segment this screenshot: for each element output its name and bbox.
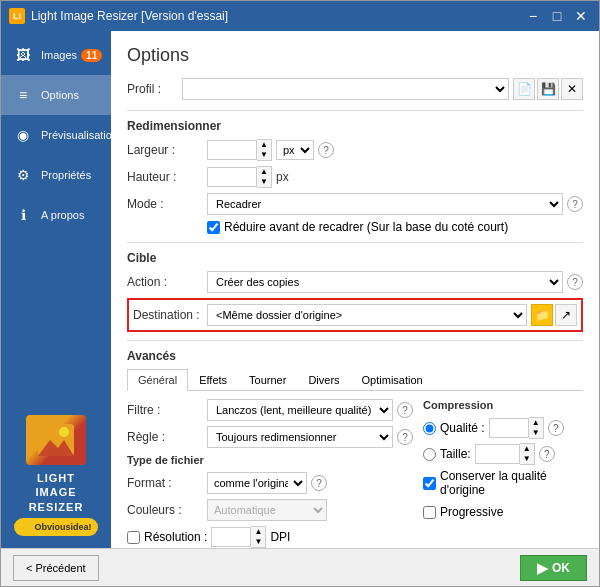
action-help-icon[interactable]: ? — [567, 274, 583, 290]
qualite-input[interactable]: 90% — [489, 418, 529, 438]
ok-button[interactable]: ▶ OK — [520, 555, 587, 581]
destination-row: Destination : <Même dossier d'origine> 📁… — [127, 298, 583, 332]
tab-optimisation[interactable]: Optimisation — [351, 369, 434, 391]
obvious-badge-label: Obviousidea! — [34, 522, 91, 532]
qualite-radio[interactable] — [423, 422, 436, 435]
titlebar-buttons: − □ ✕ — [523, 6, 591, 26]
mode-select[interactable]: Recadrer Ajuster Étirer — [207, 193, 563, 215]
filtre-select[interactable]: Lanczos (lent, meilleure qualité) Biliné… — [207, 399, 393, 421]
hauteur-input[interactable]: 768 — [207, 167, 257, 187]
sidebar-item-images[interactable]: 🖼 Images 11 — [1, 35, 111, 75]
conserver-row: Conserver la qualité d'origine — [423, 469, 583, 497]
sidebar: 🖼 Images 11 ≡ Options ◉ Prévisualisation… — [1, 31, 111, 548]
taille-help-icon[interactable]: ? — [539, 446, 555, 462]
avances-right: Compression Qualité : 90% ▲ ▼ — [423, 399, 583, 548]
regle-help-icon[interactable]: ? — [397, 429, 413, 445]
tab-effets[interactable]: Effets — [188, 369, 238, 391]
taille-row: Taille: 100 Ko ▲ ▼ ? — [423, 443, 583, 465]
qualite-up-button[interactable]: ▲ — [529, 418, 543, 428]
regle-row: Règle : Toujours redimensionner Réduire … — [127, 426, 413, 448]
main-layout: 🖼 Images 11 ≡ Options ◉ Prévisualisation… — [1, 31, 599, 548]
largeur-down-button[interactable]: ▼ — [257, 150, 271, 160]
format-select[interactable]: comme l'original JPEG PNG — [207, 472, 307, 494]
profil-label: Profil : — [127, 82, 182, 96]
avances-tabs: Général Effets Tourner Divers Optimisati… — [127, 369, 583, 391]
filtre-label: Filtre : — [127, 403, 207, 417]
mode-label: Mode : — [127, 197, 207, 211]
ok-button-label: OK — [552, 561, 570, 575]
conserver-checkbox[interactable] — [423, 477, 436, 490]
resolution-up-button[interactable]: ▲ — [251, 527, 265, 537]
footer: < Précédent ▶ OK — [1, 548, 599, 586]
close-button[interactable]: ✕ — [571, 6, 591, 26]
prev-button[interactable]: < Précédent — [13, 555, 99, 581]
tab-general[interactable]: Général — [127, 369, 188, 391]
qualite-help-icon[interactable]: ? — [548, 420, 564, 436]
hauteur-down-button[interactable]: ▼ — [257, 177, 271, 187]
destination-folder-button[interactable]: 📁 — [531, 304, 553, 326]
sidebar-item-options-label: Options — [41, 89, 79, 101]
regle-select[interactable]: Toujours redimensionner Réduire seulemen… — [207, 426, 393, 448]
largeur-input[interactable]: 1366 — [207, 140, 257, 160]
couleurs-select[interactable]: Automatique — [207, 499, 327, 521]
content-area: Options Profil : 📄 💾 ✕ Redimensionner La — [111, 31, 599, 548]
svg-point-2 — [59, 427, 69, 437]
largeur-up-button[interactable]: ▲ — [257, 140, 271, 150]
action-label: Action : — [127, 275, 207, 289]
avances-content: Filtre : Lanczos (lent, meilleure qualit… — [127, 399, 583, 548]
progressive-checkbox[interactable] — [423, 506, 436, 519]
filetype-title: Type de fichier — [127, 454, 413, 466]
reduce-label: Réduire avant de recadrer (Sur la base d… — [224, 220, 508, 234]
sidebar-logo: LIGHTIMAGERESIZER ★ Obviousidea! — [1, 403, 111, 548]
resolution-row: Résolution : 96 ▲ ▼ DPI — [127, 526, 413, 548]
logo-text: LIGHTIMAGERESIZER — [29, 471, 84, 514]
largeur-label: Largeur : — [127, 143, 207, 157]
cible-section: Cible Action : Créer des copies Écraser … — [127, 242, 583, 332]
checkbox-row: Réduire avant de recadrer (Sur la base d… — [207, 220, 583, 234]
mode-row: Mode : Recadrer Ajuster Étirer ? — [127, 193, 583, 215]
largeur-unit-select[interactable]: px % — [276, 140, 314, 160]
resolution-down-button[interactable]: ▼ — [251, 537, 265, 547]
sidebar-item-preview[interactable]: ◉ Prévisualisation — [1, 115, 111, 155]
profil-new-button[interactable]: 📄 — [513, 78, 535, 100]
format-row: Format : comme l'original JPEG PNG ? — [127, 472, 413, 494]
profil-delete-button[interactable]: ✕ — [561, 78, 583, 100]
taille-spinner: 100 Ko ▲ ▼ — [475, 443, 535, 465]
resize-title: Redimensionner — [127, 119, 583, 133]
taille-up-button[interactable]: ▲ — [520, 444, 534, 454]
destination-select[interactable]: <Même dossier d'origine> — [207, 304, 527, 326]
sidebar-item-properties[interactable]: ⚙ Propriétés — [1, 155, 111, 195]
largeur-spinner: 1366 ▲ ▼ — [207, 139, 272, 161]
format-label: Format : — [127, 476, 207, 490]
profil-select[interactable] — [182, 78, 509, 100]
tab-tourner[interactable]: Tourner — [238, 369, 297, 391]
maximize-button[interactable]: □ — [547, 6, 567, 26]
mode-help-icon[interactable]: ? — [567, 196, 583, 212]
taille-down-button[interactable]: ▼ — [520, 454, 534, 464]
resolution-input[interactable]: 96 — [211, 527, 251, 547]
taille-radio[interactable] — [423, 448, 436, 461]
progressive-row: Progressive — [423, 505, 583, 519]
minimize-button[interactable]: − — [523, 6, 543, 26]
profil-save-button[interactable]: 💾 — [537, 78, 559, 100]
hauteur-spinner-buttons: ▲ ▼ — [257, 166, 272, 188]
largeur-help-icon[interactable]: ? — [318, 142, 334, 158]
sidebar-item-preview-label: Prévisualisation — [41, 129, 118, 141]
profil-icons: 📄 💾 ✕ — [513, 78, 583, 100]
filtre-help-icon[interactable]: ? — [397, 402, 413, 418]
hauteur-unit-label: px — [276, 170, 289, 184]
filetype-section: Type de fichier Format : comme l'origina… — [127, 454, 413, 521]
sidebar-item-options[interactable]: ≡ Options — [1, 75, 111, 115]
action-select[interactable]: Créer des copies Écraser les originaux — [207, 271, 563, 293]
format-help-icon[interactable]: ? — [311, 475, 327, 491]
reduce-checkbox[interactable] — [207, 221, 220, 234]
sidebar-item-about[interactable]: ℹ A propos — [1, 195, 111, 235]
titlebar-title: Light Image Resizer [Version d'essai] — [31, 9, 523, 23]
taille-input[interactable]: 100 Ko — [475, 444, 520, 464]
hauteur-up-button[interactable]: ▲ — [257, 167, 271, 177]
profil-row: Profil : 📄 💾 ✕ — [127, 78, 583, 100]
qualite-down-button[interactable]: ▼ — [529, 428, 543, 438]
destination-extra-button[interactable]: ↗ — [555, 304, 577, 326]
resolution-checkbox[interactable] — [127, 531, 140, 544]
tab-divers[interactable]: Divers — [297, 369, 350, 391]
